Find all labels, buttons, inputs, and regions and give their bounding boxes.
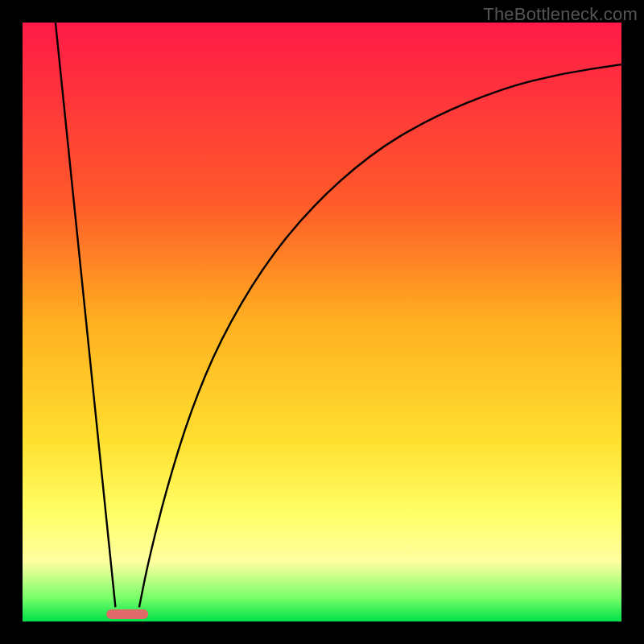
bottleneck-chart: TheBottleneck.com — [0, 0, 644, 644]
watermark-text: TheBottleneck.com — [483, 4, 638, 25]
optimum-marker — [106, 609, 148, 619]
chart-svg — [0, 0, 644, 644]
gradient-background — [23, 23, 621, 621]
plot-area — [23, 23, 621, 621]
